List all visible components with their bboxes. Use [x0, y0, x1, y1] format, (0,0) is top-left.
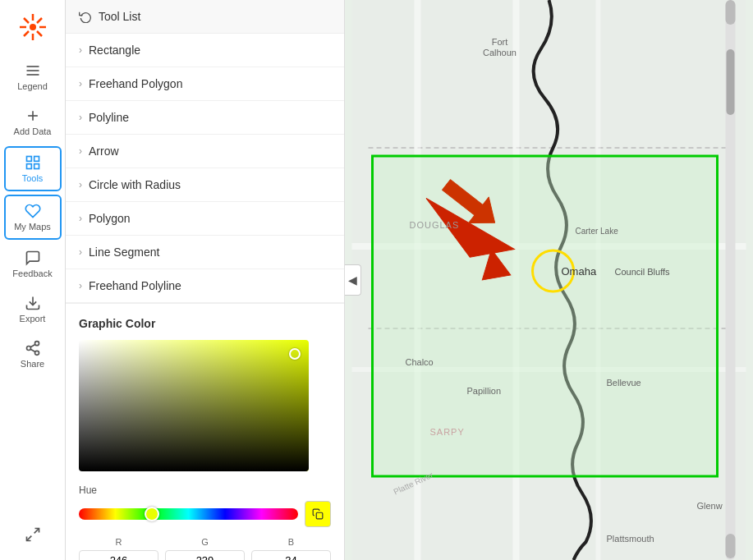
svg-text:Plattsmouth: Plattsmouth [607, 534, 654, 544]
tool-item-label: Rectangle [89, 44, 140, 57]
svg-rect-55 [727, 49, 735, 115]
rgb-g-label: G [201, 537, 209, 547]
svg-text:Chalco: Chalco [406, 357, 434, 367]
rgb-b-input[interactable] [251, 550, 331, 560]
map-area[interactable]: ◀ Omaha Fort C [345, 0, 753, 560]
svg-text:Fort: Fort [492, 37, 508, 47]
chevron-right-icon: › [79, 280, 82, 291]
sidebar-item-legend[interactable]: Legend [4, 56, 62, 98]
tool-item-polyline[interactable]: › Polyline [66, 101, 344, 135]
svg-line-22 [30, 349, 35, 351]
rgb-g-input[interactable] [165, 550, 245, 560]
map-svg: Omaha Fort Calhoun DOUGLAS Carter Lake C… [345, 0, 753, 560]
map-collapse-button[interactable]: ◀ [345, 264, 361, 296]
tool-item-polygon[interactable]: › Polygon [66, 202, 344, 236]
tool-item-label: Polyline [89, 111, 129, 124]
tool-item-label: Arrow [89, 145, 119, 158]
svg-rect-54 [726, 534, 736, 558]
svg-rect-53 [726, 0, 736, 25]
color-picker-box[interactable] [79, 340, 309, 471]
rgb-col-r: R [79, 537, 158, 560]
svg-point-19 [34, 342, 39, 346]
sidebar-item-share[interactable]: Share [4, 333, 62, 375]
sidebar-item-label: Export [20, 314, 46, 324]
svg-line-6 [37, 18, 42, 23]
svg-text:Glenw: Glenw [697, 501, 723, 511]
svg-line-25 [26, 536, 31, 541]
hue-label: Hue [79, 484, 331, 496]
svg-line-23 [30, 344, 35, 347]
chevron-right-icon: › [79, 112, 82, 123]
sidebar-item-label: Share [21, 359, 44, 369]
chevron-right-icon: › [79, 44, 82, 56]
sidebar-item-label: Feedback [12, 269, 52, 278]
chevron-right-icon: › [79, 145, 82, 157]
rgb-col-g: G [165, 537, 245, 560]
hue-thumb[interactable] [145, 507, 159, 521]
chevron-right-icon: › [79, 213, 82, 224]
chevron-right-icon: › [79, 78, 82, 90]
sidebar-item-feedback[interactable]: Feedback [4, 243, 62, 285]
svg-text:Papillion: Papillion [467, 386, 502, 396]
rgb-b-label: B [288, 537, 294, 547]
tool-list-label: Tool List [99, 10, 140, 23]
tool-items-list: › Rectangle › Freehand Polygon › Polylin… [66, 34, 344, 303]
svg-text:DOUGLAS: DOUGLAS [410, 220, 460, 230]
hue-copy-button[interactable] [305, 501, 331, 527]
sidebar-item-expand[interactable] [4, 520, 62, 552]
svg-point-8 [30, 24, 36, 30]
tool-item-rectangle[interactable]: › Rectangle [66, 34, 344, 67]
tool-panel: Tool List › Rectangle › Freehand Polygon… [66, 0, 345, 560]
tool-list-button[interactable]: Tool List [66, 0, 344, 34]
sidebar-item-label: Add Data [14, 126, 52, 136]
svg-rect-16 [26, 164, 31, 169]
tool-item-arrow[interactable]: › Arrow [66, 135, 344, 168]
color-section: Graphic Color Hue R [66, 303, 344, 560]
svg-point-20 [26, 347, 30, 351]
svg-text:Council Bluffs: Council Bluffs [615, 267, 671, 277]
tool-item-label: Polygon [89, 212, 131, 225]
svg-text:Calhoun: Calhoun [483, 48, 517, 57]
chevron-right-icon: › [79, 179, 82, 190]
sidebar: Legend Add Data Tools My Maps Feedback [0, 0, 66, 560]
sidebar-item-label: My Maps [14, 222, 51, 232]
svg-rect-26 [316, 512, 323, 519]
color-picker-gradient [79, 340, 309, 471]
sidebar-item-label: Legend [17, 81, 48, 91]
svg-text:SARPY: SARPY [430, 427, 465, 437]
svg-line-4 [24, 18, 29, 23]
svg-rect-35 [373, 156, 718, 476]
svg-rect-15 [34, 157, 39, 162]
svg-line-5 [37, 31, 42, 36]
svg-text:Omaha: Omaha [562, 265, 597, 278]
svg-text:Carter Lake: Carter Lake [576, 227, 619, 236]
tool-item-circle-with-radius[interactable]: › Circle with Radius [66, 168, 344, 202]
tool-item-label: Freehand Polygon [89, 77, 182, 90]
color-picker-dot[interactable] [289, 348, 301, 360]
rgb-row: R G B [79, 537, 331, 560]
tool-item-label: Circle with Radius [89, 178, 181, 191]
sidebar-item-label: Tools [22, 173, 44, 183]
svg-rect-17 [34, 164, 39, 169]
tool-item-freehand-polyline[interactable]: › Freehand Polyline [66, 269, 344, 303]
tool-item-freehand-polygon[interactable]: › Freehand Polygon [66, 67, 344, 101]
sidebar-item-tools[interactable]: Tools [4, 146, 62, 191]
rgb-r-label: R [116, 537, 122, 547]
sidebar-item-export[interactable]: Export [4, 288, 62, 330]
chevron-right-icon: › [79, 246, 82, 258]
svg-text:Bellevue: Bellevue [607, 378, 641, 388]
sidebar-item-add-data[interactable]: Add Data [4, 101, 62, 143]
svg-rect-14 [26, 157, 31, 162]
svg-point-21 [34, 351, 39, 355]
graphic-color-title: Graphic Color [79, 317, 331, 330]
sidebar-item-my-maps[interactable]: My Maps [4, 195, 62, 240]
tool-item-label: Line Segment [89, 246, 159, 259]
tool-item-line-segment[interactable]: › Line Segment [66, 236, 344, 269]
hue-row [79, 501, 331, 527]
rgb-col-b: B [251, 537, 331, 560]
hue-slider[interactable] [79, 508, 298, 520]
tool-item-label: Freehand Polyline [89, 279, 181, 292]
rgb-r-input[interactable] [79, 550, 158, 560]
svg-line-24 [34, 529, 39, 534]
svg-line-7 [24, 31, 29, 36]
